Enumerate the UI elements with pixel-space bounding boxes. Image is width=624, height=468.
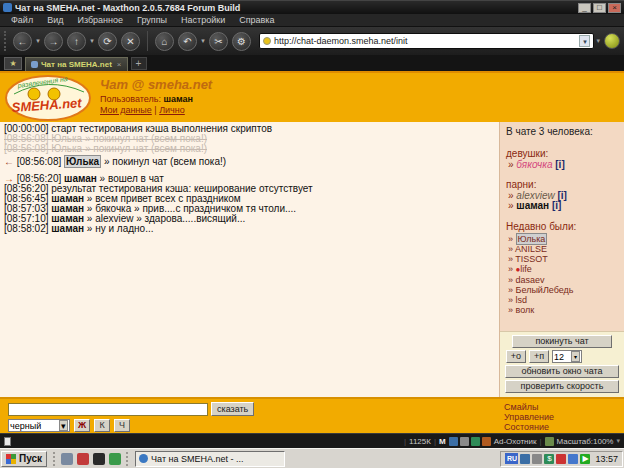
zoom-dropdown-icon[interactable]: ▾ xyxy=(616,437,620,445)
message-arrow-icon: ← xyxy=(4,156,17,167)
address-history-icon[interactable]: ▾ xyxy=(596,37,600,45)
user-info-link[interactable]: [i] xyxy=(555,159,564,170)
leave-chat-button[interactable]: покинуть чат xyxy=(512,335,612,348)
undo-dropdown-icon[interactable]: ▾ xyxy=(199,37,207,45)
recent-nickname[interactable]: dasaev xyxy=(516,275,545,285)
menu-item-4[interactable]: Группы xyxy=(130,14,174,26)
up-icon[interactable]: ↑ xyxy=(67,32,86,51)
menu-item-5[interactable]: Настройки xyxy=(174,14,232,26)
forward-icon[interactable]: → xyxy=(44,32,63,51)
recent-nickname[interactable]: TISSOT xyxy=(515,254,548,264)
quick-launch-icon-2[interactable] xyxy=(77,453,89,465)
bold-button[interactable]: Ж xyxy=(74,419,90,432)
composer-link-1[interactable]: Смайлы xyxy=(504,402,624,412)
quick-launch-icon-1[interactable] xyxy=(61,453,73,465)
refresh-icon[interactable]: ⟳ xyxy=(98,32,117,51)
start-label: Пуск xyxy=(19,453,42,464)
recent-nickname[interactable]: ANILSE xyxy=(515,244,547,254)
shield-icon[interactable] xyxy=(482,437,491,446)
taskbar-window-button[interactable]: Чат на SMEHA.net - ... xyxy=(135,451,285,467)
minimize-button[interactable]: _ xyxy=(578,3,591,13)
tab-close-icon[interactable]: × xyxy=(117,60,122,69)
private-link[interactable]: Лично xyxy=(159,105,185,115)
tools-icon[interactable]: ⚙ xyxy=(232,32,251,51)
menu-item-3[interactable]: Избранное xyxy=(70,14,130,26)
recent-label: Недавно были: xyxy=(506,221,618,232)
composer-link-2[interactable]: Управление xyxy=(504,412,624,422)
quick-launch-icon-3[interactable] xyxy=(93,453,105,465)
menu-item-2[interactable]: Вид xyxy=(40,14,70,26)
bullet-icon: » xyxy=(508,244,515,254)
language-indicator[interactable]: RU xyxy=(505,453,518,464)
user-nickname[interactable]: шаман xyxy=(516,200,549,211)
play-icon[interactable]: ▶ xyxy=(580,454,590,464)
back-icon[interactable]: ← xyxy=(13,32,32,51)
user-nickname[interactable]: бякочка xyxy=(516,159,552,170)
page-icon xyxy=(4,437,11,446)
undo-icon[interactable]: ↶ xyxy=(178,32,197,51)
favorites-star-icon[interactable]: ★ xyxy=(4,57,22,70)
messenger-icon[interactable] xyxy=(568,454,578,464)
italic-button[interactable]: К xyxy=(94,419,110,432)
say-button[interactable]: сказать xyxy=(211,402,254,416)
menu-item-6[interactable]: Справка xyxy=(232,14,281,26)
go-button[interactable] xyxy=(604,33,620,49)
address-dropdown-icon[interactable]: ▾ xyxy=(579,35,590,47)
stop-icon[interactable]: ✕ xyxy=(121,32,140,51)
chat-header: развлечения на SMEHA.net Чат @ smeha.net… xyxy=(0,71,624,122)
snap-icon[interactable]: ✂ xyxy=(209,32,228,51)
message-time: [08:56:08] xyxy=(4,143,51,154)
monitor-icon[interactable] xyxy=(449,437,458,446)
new-tab-button[interactable]: + xyxy=(131,57,147,70)
quick-launch-icon-4[interactable] xyxy=(109,453,121,465)
composer-link-3[interactable]: Состояние xyxy=(504,422,624,432)
update-icon[interactable] xyxy=(532,454,542,464)
back-dropdown-icon[interactable]: ▾ xyxy=(34,37,42,45)
network-icon[interactable] xyxy=(520,454,530,464)
memory-usage: 1125К xyxy=(409,437,431,446)
chat-controls: покинуть чат +о +п 12 ▾ обновить окно ча… xyxy=(500,331,624,397)
adhunter-label[interactable]: Ad-Охотник xyxy=(494,437,537,446)
menu-item-1[interactable]: Файл xyxy=(4,14,40,26)
globe-icon[interactable] xyxy=(471,437,480,446)
chat-message-area[interactable]: [00:00:00] старт тестирования кэша выпол… xyxy=(0,122,500,397)
start-button[interactable]: Пуск xyxy=(1,451,47,467)
link-separator: | xyxy=(154,105,156,115)
maximize-button[interactable]: □ xyxy=(593,3,606,13)
check-speed-button[interactable]: проверить скорость xyxy=(505,380,619,393)
message-nick: Юлька xyxy=(51,143,82,154)
zoom-level[interactable]: Масштаб:100% xyxy=(557,437,614,446)
home-icon[interactable]: ⌂ xyxy=(155,32,174,51)
recent-nickname[interactable]: life xyxy=(520,264,532,274)
address-bar[interactable]: http://chat-daemon.smeha.net/init ▾ xyxy=(259,33,594,49)
text-color-select[interactable]: черный ▾ xyxy=(8,419,70,432)
recent-list-item: » БелыйЛебедь xyxy=(508,285,618,295)
money-icon[interactable]: $ xyxy=(544,454,554,464)
color-dropdown-icon[interactable]: ▾ xyxy=(59,420,68,431)
font-size-dropdown-icon[interactable]: ▾ xyxy=(571,351,580,362)
my-data-link[interactable]: Мои данные xyxy=(100,105,152,115)
antivirus-icon[interactable] xyxy=(556,454,566,464)
user-info-link[interactable]: [i] xyxy=(552,200,561,211)
font-size-select[interactable]: 12 ▾ xyxy=(552,350,582,363)
refresh-chat-button[interactable]: обновить окно чата xyxy=(505,365,619,378)
url-text[interactable]: http://chat-daemon.smeha.net/init xyxy=(274,36,579,46)
message-input[interactable] xyxy=(8,403,208,416)
user-label: Пользователь: xyxy=(100,94,161,104)
tab-chat-smeha[interactable]: Чат на SMEHA.net × xyxy=(25,57,128,71)
bullet-icon: » xyxy=(508,234,516,244)
recent-nickname[interactable]: lsd xyxy=(516,295,528,305)
user-line: Пользователь: шаман xyxy=(100,94,212,104)
snapshot-icon[interactable] xyxy=(545,437,554,446)
close-button[interactable]: × xyxy=(608,3,621,13)
image-icon[interactable] xyxy=(460,437,469,446)
recent-list-item: » ANILSE xyxy=(508,244,618,254)
taskbar: Пуск Чат на SMEHA.net - ... RU $▶ 13:57 xyxy=(0,448,624,468)
recent-nickname[interactable]: БелыйЛебедь xyxy=(516,285,574,295)
plus-p-button[interactable]: +п xyxy=(529,350,549,363)
history-dropdown-icon[interactable]: ▾ xyxy=(88,37,96,45)
recent-nickname[interactable]: волк xyxy=(516,305,535,315)
m-badge[interactable]: M xyxy=(439,437,446,446)
plus-o-button[interactable]: +о xyxy=(506,350,526,363)
underline-button[interactable]: Ч xyxy=(114,419,130,432)
